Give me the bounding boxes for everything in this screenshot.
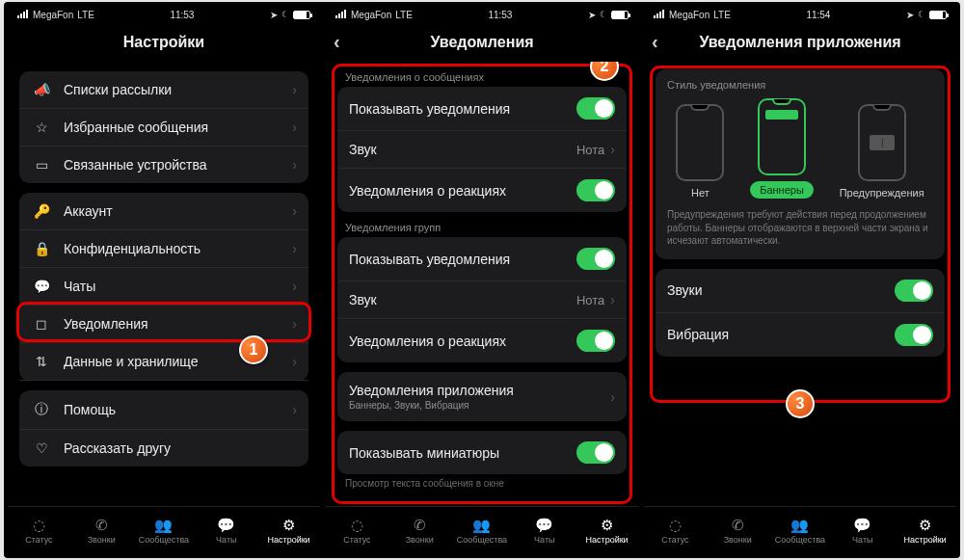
chats-icon: 💬 (217, 517, 235, 534)
row-label: Вибрация (667, 327, 895, 342)
back-button[interactable]: ‹ (334, 31, 340, 53)
chevron-right-icon: › (610, 389, 615, 405)
chevron-right-icon: › (610, 142, 615, 157)
row-sound-group[interactable]: Звук Нота › (337, 281, 627, 319)
toggle-on[interactable] (576, 179, 615, 201)
tab-settings[interactable]: ⚙Настройки (257, 507, 320, 554)
chevron-right-icon: › (292, 120, 297, 135)
status-icon: ◌ (669, 517, 682, 534)
chats-icon: 💬 (535, 517, 553, 534)
section-label: Уведомления групп (326, 212, 638, 237)
tab-community[interactable]: 👥Сообщества (133, 507, 196, 554)
page-title: ‹ Уведомления (326, 23, 638, 62)
dnd-icon: ☾ (281, 10, 289, 19)
lock-icon: 🔒 (31, 241, 52, 256)
tab-chats[interactable]: 💬Чаты (831, 507, 894, 554)
laptop-icon: ▭ (31, 157, 52, 173)
row-label: Уведомления о реакциях (349, 333, 576, 349)
screen-notifications: MegaFon LTE 11:53 ➤ ☾ ‹ Уведомления 2 Ув… (326, 6, 638, 554)
heart-icon: ♡ (31, 440, 52, 456)
battery-icon (293, 11, 310, 19)
row-label: Помощь (64, 402, 292, 417)
row-app-notifications[interactable]: Уведомления приложения Баннеры, Звуки, В… (337, 372, 627, 421)
tab-calls[interactable]: ✆Звонки (70, 507, 133, 554)
tab-bar: ◌Статус ✆Звонки 👥Сообщества 💬Чаты ⚙Настр… (326, 506, 638, 554)
row-tell-friend[interactable]: ♡ Рассказать другу (19, 430, 308, 467)
tab-settings[interactable]: ⚙Настройки (894, 507, 956, 554)
row-vibration[interactable]: Вибрация (656, 313, 945, 357)
row-label: Показывать уведомления (349, 101, 576, 117)
row-notifications[interactable]: ◻︎ Уведомления › (19, 306, 308, 343)
carrier-label: MegaFon (669, 10, 710, 20)
style-option-alerts[interactable]: Предупреждения (840, 104, 924, 199)
screen-app-notifications: MegaFon LTE 11:54 ➤ ☾ ‹ Уведомления прил… (644, 6, 956, 554)
tab-settings[interactable]: ⚙Настройки (576, 507, 638, 554)
row-show-notifications[interactable]: Показывать уведомления (337, 87, 627, 131)
tab-calls[interactable]: ✆Звонки (388, 507, 451, 554)
row-help[interactable]: ⓘ Помощь › (19, 390, 308, 430)
clock: 11:53 (94, 10, 270, 20)
row-broadcast-lists[interactable]: 📣 Списки рассылки › (19, 71, 308, 109)
calls-icon: ✆ (414, 517, 426, 534)
signal-icon (17, 10, 29, 20)
step-badge-3: 3 (786, 389, 815, 418)
style-option-banners[interactable]: Баннеры (750, 98, 814, 199)
tab-community[interactable]: 👥Сообщества (451, 507, 514, 554)
row-label: Рассказать другу (64, 440, 297, 456)
signal-icon (654, 10, 665, 20)
toggle-on[interactable] (576, 97, 615, 120)
row-starred-messages[interactable]: ☆ Избранные сообщения › (19, 109, 308, 147)
row-reaction-notifications-group[interactable]: Уведомления о реакциях (337, 319, 627, 362)
status-icon: ◌ (33, 517, 45, 534)
updown-icon: ⇅ (31, 354, 52, 369)
row-show-thumbnails[interactable]: Показывать миниатюры (337, 431, 627, 474)
row-label: Уведомления приложения (349, 383, 610, 398)
settings-group-3: ⓘ Помощь › ♡ Рассказать другу (19, 390, 308, 467)
tab-chats[interactable]: 💬Чаты (195, 507, 257, 554)
toggle-on[interactable] (895, 280, 933, 302)
toggle-on[interactable] (576, 330, 615, 352)
hint-text: Просмотр текста сообщения в окне (326, 474, 638, 493)
calls-icon: ✆ (95, 517, 108, 534)
toggle-on[interactable] (576, 248, 615, 270)
battery-icon (611, 11, 629, 19)
style-description: Предупреждения требуют действия перед пр… (663, 199, 937, 248)
row-account[interactable]: 🔑 Аккаунт › (19, 193, 308, 230)
tab-bar: ◌Статус ✆Звонки 👥Сообщества 💬Чаты ⚙Настр… (8, 506, 320, 554)
chevron-right-icon: › (292, 354, 297, 369)
status-bar: MegaFon LTE 11:53 ➤ ☾ (8, 6, 320, 23)
row-label: Избранные сообщения (64, 120, 292, 135)
tab-chats[interactable]: 💬Чаты (513, 507, 576, 554)
dnd-icon: ☾ (600, 10, 607, 19)
row-label: Уведомления (64, 316, 292, 332)
clock: 11:54 (731, 10, 906, 20)
step-badge-1: 1 (239, 335, 268, 364)
row-reaction-notifications[interactable]: Уведомления о реакциях (337, 169, 627, 212)
row-chats[interactable]: 💬 Чаты › (19, 268, 308, 306)
row-linked-devices[interactable]: ▭ Связанные устройства › (19, 147, 308, 183)
back-button[interactable]: ‹ (652, 31, 658, 53)
community-icon: 👥 (790, 517, 809, 534)
toggle-on[interactable] (895, 324, 933, 346)
row-show-notifications-group[interactable]: Показывать уведомления (337, 237, 627, 281)
style-option-none[interactable]: Нет (676, 104, 724, 199)
row-label: Показывать миниатюры (349, 445, 576, 461)
status-bar: MegaFon LTE 11:53 ➤ ☾ (326, 6, 638, 23)
row-label: Связанные устройства (64, 157, 292, 173)
chevron-right-icon: › (292, 279, 297, 294)
row-sound[interactable]: Звук Нота › (337, 131, 627, 169)
tab-status[interactable]: ◌Статус (644, 507, 707, 554)
battery-icon (929, 11, 947, 19)
tab-status[interactable]: ◌Статус (326, 507, 388, 554)
row-sounds[interactable]: Звуки (656, 269, 945, 313)
toggle-on[interactable] (576, 441, 615, 464)
tab-status[interactable]: ◌Статус (8, 507, 70, 554)
screen-settings: MegaFon LTE 11:53 ➤ ☾ Настройки 📣 Списки… (8, 6, 320, 554)
row-label: Списки рассылки (64, 82, 292, 97)
tab-community[interactable]: 👥Сообщества (769, 507, 832, 554)
row-privacy[interactable]: 🔒 Конфиденциальность › (19, 230, 308, 268)
network-label: LTE (395, 10, 413, 20)
tab-calls[interactable]: ✆Звонки (707, 507, 769, 554)
community-icon: 👥 (472, 517, 491, 534)
chevron-right-icon: › (610, 292, 615, 307)
